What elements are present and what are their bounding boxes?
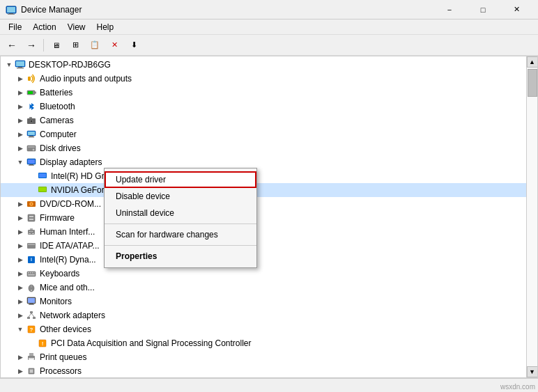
svg-rect-50: [30, 272, 31, 274]
svg-rect-42: [32, 233, 34, 234]
disk-label: Disk drives: [40, 143, 81, 153]
cameras-expand-icon: ▶: [15, 115, 26, 126]
svg-rect-11: [28, 91, 33, 94]
computer-icon: [15, 59, 26, 70]
scroll-track: [527, 68, 537, 366]
back-button[interactable]: ←: [3, 37, 21, 54]
root-label: DESKTOP-RDJB6GG: [29, 60, 111, 70]
menu-help[interactable]: Help: [91, 21, 120, 33]
keyboards-expand-icon: ▶: [15, 268, 26, 279]
properties-button[interactable]: 🖥: [47, 37, 65, 54]
scroll-down-button[interactable]: ▼: [527, 366, 538, 377]
tree-root[interactable]: ▼ DESKTOP-RDJB6GG: [1, 58, 526, 72]
minimize-button[interactable]: −: [433, 0, 466, 19]
tree-item-disk[interactable]: ▶ Disk drives: [1, 141, 526, 155]
tree-item-other[interactable]: ▼ ? Other devices: [1, 322, 526, 336]
scroll-up-button[interactable]: ▲: [527, 56, 538, 68]
printq-expand-icon: ▶: [15, 352, 26, 363]
tree-item-display[interactable]: ▼ Display adapters: [1, 155, 526, 169]
svg-rect-45: [28, 244, 35, 245]
context-menu-update[interactable]: Update driver: [105, 171, 256, 188]
svg-rect-41: [29, 233, 31, 234]
other-expand-icon: ▼: [15, 324, 26, 335]
svg-rect-25: [28, 159, 35, 164]
bluetooth-icon: [26, 101, 37, 112]
svg-rect-5: [16, 61, 24, 66]
scroll-thumb[interactable]: [528, 69, 537, 97]
batteries-label: Batteries: [40, 88, 72, 97]
update-driver-button[interactable]: ⊞: [66, 37, 84, 54]
intel-dyn-label: Intel(R) Dyna...: [40, 255, 96, 265]
tree-item-ide[interactable]: ▶ IDE ATA/ATAP...: [1, 239, 526, 253]
watermark: wsxdn.com: [500, 383, 535, 391]
dvd-label: DVD/CD-ROM...: [40, 199, 101, 209]
close-button[interactable]: ✕: [500, 0, 532, 19]
disk-expand-icon: ▶: [15, 143, 26, 154]
context-menu-disable[interactable]: Disable device: [105, 188, 256, 205]
context-menu-sep2: [105, 245, 256, 246]
svg-rect-19: [29, 136, 33, 136]
svg-rect-3: [8, 14, 15, 15]
forward-button[interactable]: →: [22, 37, 40, 54]
context-menu-properties[interactable]: Properties: [105, 248, 256, 265]
scan-hardware-button[interactable]: ⬇: [125, 37, 143, 54]
window-controls: − □ ✕: [433, 0, 532, 19]
svg-marker-12: [30, 103, 35, 110]
monitors-label: Monitors: [40, 297, 72, 306]
device-tree[interactable]: ▼ DESKTOP-RDJB6GG ▶ Audio: [1, 56, 526, 377]
menu-view[interactable]: View: [62, 21, 91, 33]
context-menu-scan[interactable]: Scan for hardware changes: [105, 226, 256, 243]
svg-rect-35: [28, 214, 35, 221]
tree-item-bluetooth[interactable]: ▶ Bluetooth: [1, 100, 526, 113]
tree-item-keyboards[interactable]: ▶ Keyboards: [1, 267, 526, 281]
menu-file[interactable]: File: [3, 21, 27, 33]
driver-rollback-button[interactable]: 📋: [86, 37, 104, 54]
processors-label: Processors: [40, 366, 82, 376]
uninstall-button[interactable]: ✕: [105, 37, 123, 54]
tree-item-computer[interactable]: ▶ Computer: [1, 127, 526, 141]
intel-dyn-expand-icon: ▶: [15, 254, 26, 265]
tree-item-network[interactable]: ▶ Network adapters: [1, 308, 526, 322]
other-label: Other devices: [40, 324, 91, 334]
toolbar: ← → 🖥 ⊞ 📋 ✕ ⬇: [0, 35, 538, 56]
tree-item-nvidia[interactable]: NVIDIA GeForce 940M: [1, 183, 526, 197]
svg-rect-71: [29, 353, 33, 356]
scrollbar[interactable]: ▲ ▼: [526, 56, 537, 377]
keyboard-icon: [26, 268, 37, 279]
tree-item-pci[interactable]: ! PCI Data Acquisition and Signal Proces…: [1, 336, 526, 350]
menu-action[interactable]: Action: [27, 21, 61, 33]
tree-item-monitors[interactable]: ▶ Monitors: [1, 295, 526, 308]
tree-item-intel-dyn[interactable]: ▶ i Intel(R) Dyna...: [1, 253, 526, 267]
tree-item-mice[interactable]: ▶ Mice and oth...: [1, 281, 526, 295]
svg-rect-10: [35, 92, 36, 94]
network-label: Network adapters: [40, 311, 105, 320]
svg-rect-1: [7, 7, 15, 13]
svg-rect-2: [9, 13, 13, 14]
svg-rect-26: [29, 164, 33, 165]
tree-item-intel-hd[interactable]: Intel(R) HD Graphics 520: [1, 169, 526, 183]
app-icon: [6, 4, 17, 15]
svg-rect-16: [29, 117, 32, 118]
tree-item-audio[interactable]: ▶ Audio inputs and outputs: [1, 72, 526, 86]
audio-icon: [26, 73, 37, 84]
context-menu-uninstall[interactable]: Uninstall device: [105, 205, 256, 221]
tree-item-human[interactable]: ▶ Human Interf...: [1, 225, 526, 239]
keyboards-label: Keyboards: [40, 269, 79, 279]
svg-rect-18: [28, 132, 35, 135]
tree-item-printq[interactable]: ▶ Print queues: [1, 350, 526, 364]
tree-item-processors[interactable]: ▶ Processors: [1, 364, 526, 377]
svg-rect-61: [30, 311, 33, 313]
tree-item-firmware[interactable]: ▶ Firmware: [1, 211, 526, 225]
tree-item-batteries[interactable]: ▶ Batteries: [1, 86, 526, 100]
tree-item-dvd[interactable]: ▶ DVD/CD-ROM...: [1, 197, 526, 211]
firmware-label: Firmware: [40, 213, 75, 223]
maximize-button[interactable]: □: [467, 0, 499, 19]
network-expand-icon: ▶: [15, 310, 26, 321]
context-menu: Update driver Disable device Uninstall d…: [104, 168, 257, 268]
svg-rect-76: [30, 370, 33, 373]
network-icon: [26, 310, 37, 321]
ide-label: IDE ATA/ATAP...: [40, 241, 100, 251]
svg-rect-20: [29, 136, 34, 138]
tree-item-cameras[interactable]: ▶ Cameras: [1, 113, 526, 127]
ide-expand-icon: ▶: [15, 240, 26, 251]
